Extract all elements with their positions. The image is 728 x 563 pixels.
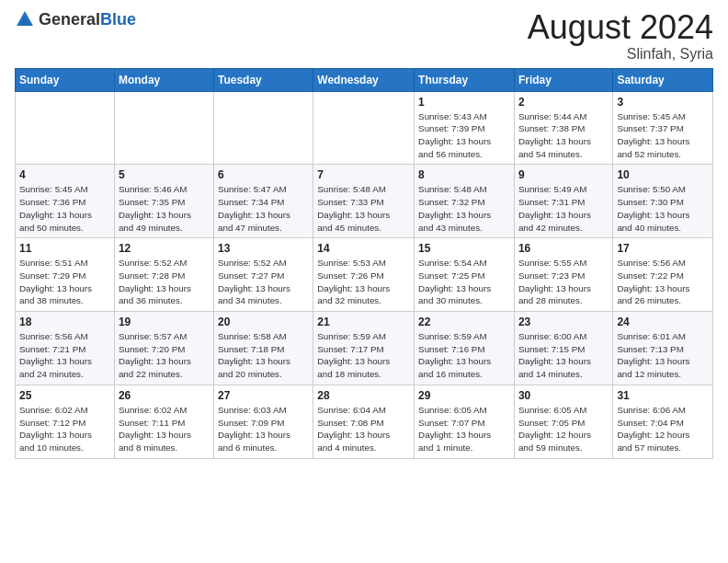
calendar-week-row: 4Sunrise: 5:45 AM Sunset: 7:36 PM Daylig… — [16, 165, 713, 238]
day-info: Sunrise: 5:46 AM Sunset: 7:35 PM Dayligh… — [119, 183, 210, 234]
day-info: Sunrise: 5:55 AM Sunset: 7:23 PM Dayligh… — [518, 257, 609, 307]
day-number: 25 — [19, 389, 110, 402]
weekday-header: Tuesday — [213, 68, 313, 91]
day-number: 4 — [19, 168, 110, 181]
calendar-cell: 2Sunrise: 5:44 AM Sunset: 7:38 PM Daylig… — [514, 91, 612, 165]
calendar-cell: 5Sunrise: 5:46 AM Sunset: 7:35 PM Daylig… — [114, 165, 213, 238]
page: GeneralBlue August 2024 Slinfah, Syria S… — [0, 0, 728, 563]
day-number: 18 — [19, 316, 110, 328]
calendar-cell: 9Sunrise: 5:49 AM Sunset: 7:31 PM Daylig… — [514, 165, 612, 238]
calendar-cell: 27Sunrise: 6:03 AM Sunset: 7:09 PM Dayli… — [213, 385, 313, 458]
calendar-cell: 6Sunrise: 5:47 AM Sunset: 7:34 PM Daylig… — [213, 165, 313, 238]
title-block: August 2024 Slinfah, Syria — [528, 9, 713, 63]
calendar-cell: 7Sunrise: 5:48 AM Sunset: 7:33 PM Daylig… — [313, 165, 415, 238]
weekday-header: Thursday — [415, 68, 515, 91]
header: GeneralBlue August 2024 Slinfah, Syria — [15, 9, 713, 63]
logo-text: GeneralBlue — [39, 10, 136, 29]
day-info: Sunrise: 5:52 AM Sunset: 7:27 PM Dayligh… — [218, 257, 309, 307]
logo-icon — [15, 9, 35, 29]
day-number: 22 — [418, 316, 510, 328]
day-number: 5 — [119, 168, 210, 181]
calendar-cell: 15Sunrise: 5:54 AM Sunset: 7:25 PM Dayli… — [415, 238, 515, 312]
weekday-header: Sunday — [16, 68, 115, 91]
logo-blue: Blue — [100, 10, 136, 29]
day-info: Sunrise: 5:47 AM Sunset: 7:34 PM Dayligh… — [218, 183, 309, 234]
calendar-cell: 30Sunrise: 6:05 AM Sunset: 7:05 PM Dayli… — [514, 385, 612, 458]
calendar-cell: 17Sunrise: 5:56 AM Sunset: 7:22 PM Dayli… — [613, 238, 713, 312]
day-number: 17 — [617, 242, 709, 255]
day-number: 29 — [418, 389, 510, 402]
weekday-header: Monday — [114, 68, 213, 91]
day-info: Sunrise: 6:05 AM Sunset: 7:05 PM Dayligh… — [518, 404, 609, 454]
day-number: 19 — [119, 316, 210, 328]
calendar-cell: 10Sunrise: 5:50 AM Sunset: 7:30 PM Dayli… — [613, 165, 713, 238]
day-info: Sunrise: 6:01 AM Sunset: 7:13 PM Dayligh… — [617, 330, 709, 381]
day-number: 12 — [119, 242, 210, 255]
calendar-cell: 20Sunrise: 5:58 AM Sunset: 7:18 PM Dayli… — [213, 312, 313, 385]
calendar-cell: 25Sunrise: 6:02 AM Sunset: 7:12 PM Dayli… — [16, 385, 115, 458]
day-info: Sunrise: 5:43 AM Sunset: 7:39 PM Dayligh… — [418, 110, 510, 161]
calendar-cell: 26Sunrise: 6:02 AM Sunset: 7:11 PM Dayli… — [114, 385, 213, 458]
day-number: 13 — [218, 242, 309, 255]
calendar-cell: 13Sunrise: 5:52 AM Sunset: 7:27 PM Dayli… — [213, 238, 313, 312]
day-number: 21 — [317, 316, 410, 328]
day-number: 26 — [119, 389, 210, 402]
day-info: Sunrise: 5:45 AM Sunset: 7:37 PM Dayligh… — [617, 110, 709, 161]
calendar-week-row: 1Sunrise: 5:43 AM Sunset: 7:39 PM Daylig… — [16, 91, 713, 165]
weekday-header: Wednesday — [313, 68, 415, 91]
calendar-cell: 29Sunrise: 6:05 AM Sunset: 7:07 PM Dayli… — [415, 385, 515, 458]
day-number: 30 — [518, 389, 609, 402]
day-info: Sunrise: 5:52 AM Sunset: 7:28 PM Dayligh… — [119, 257, 210, 307]
calendar-week-row: 11Sunrise: 5:51 AM Sunset: 7:29 PM Dayli… — [16, 238, 713, 312]
day-number: 10 — [617, 168, 709, 181]
day-info: Sunrise: 6:05 AM Sunset: 7:07 PM Dayligh… — [418, 404, 510, 454]
day-number: 27 — [218, 389, 309, 402]
calendar-cell — [114, 91, 213, 165]
day-number: 31 — [617, 389, 709, 402]
day-info: Sunrise: 5:59 AM Sunset: 7:16 PM Dayligh… — [418, 330, 510, 381]
calendar-cell: 19Sunrise: 5:57 AM Sunset: 7:20 PM Dayli… — [114, 312, 213, 385]
calendar-cell: 4Sunrise: 5:45 AM Sunset: 7:36 PM Daylig… — [16, 165, 115, 238]
day-info: Sunrise: 5:56 AM Sunset: 7:22 PM Dayligh… — [617, 257, 709, 307]
calendar-cell: 16Sunrise: 5:55 AM Sunset: 7:23 PM Dayli… — [514, 238, 612, 312]
weekday-header: Saturday — [613, 68, 713, 91]
day-info: Sunrise: 5:51 AM Sunset: 7:29 PM Dayligh… — [19, 257, 110, 307]
calendar-week-row: 18Sunrise: 5:56 AM Sunset: 7:21 PM Dayli… — [16, 312, 713, 385]
calendar-cell: 23Sunrise: 6:00 AM Sunset: 7:15 PM Dayli… — [514, 312, 612, 385]
calendar-cell: 14Sunrise: 5:53 AM Sunset: 7:26 PM Dayli… — [313, 238, 415, 312]
calendar-cell: 21Sunrise: 5:59 AM Sunset: 7:17 PM Dayli… — [313, 312, 415, 385]
day-info: Sunrise: 6:02 AM Sunset: 7:12 PM Dayligh… — [19, 404, 110, 454]
day-number: 8 — [418, 168, 510, 181]
calendar-table: SundayMondayTuesdayWednesdayThursdayFrid… — [15, 68, 713, 459]
day-number: 1 — [418, 96, 510, 109]
day-info: Sunrise: 6:04 AM Sunset: 7:08 PM Dayligh… — [317, 404, 410, 454]
day-info: Sunrise: 6:00 AM Sunset: 7:15 PM Dayligh… — [518, 330, 609, 381]
calendar-cell — [16, 91, 115, 165]
calendar-cell: 28Sunrise: 6:04 AM Sunset: 7:08 PM Dayli… — [313, 385, 415, 458]
day-number: 6 — [218, 168, 309, 181]
day-info: Sunrise: 5:56 AM Sunset: 7:21 PM Dayligh… — [19, 330, 110, 381]
day-info: Sunrise: 5:59 AM Sunset: 7:17 PM Dayligh… — [317, 330, 410, 381]
subtitle: Slinfah, Syria — [528, 46, 713, 63]
day-number: 14 — [317, 242, 410, 255]
calendar-cell: 3Sunrise: 5:45 AM Sunset: 7:37 PM Daylig… — [613, 91, 713, 165]
day-info: Sunrise: 5:48 AM Sunset: 7:32 PM Dayligh… — [418, 183, 510, 234]
calendar-cell — [213, 91, 313, 165]
day-info: Sunrise: 5:44 AM Sunset: 7:38 PM Dayligh… — [518, 110, 609, 161]
logo-general: General — [39, 10, 100, 29]
calendar-cell: 22Sunrise: 5:59 AM Sunset: 7:16 PM Dayli… — [415, 312, 515, 385]
day-number: 3 — [617, 96, 709, 109]
calendar-week-row: 25Sunrise: 6:02 AM Sunset: 7:12 PM Dayli… — [16, 385, 713, 458]
day-number: 7 — [317, 168, 410, 181]
day-info: Sunrise: 6:06 AM Sunset: 7:04 PM Dayligh… — [617, 404, 709, 454]
day-number: 24 — [617, 316, 709, 328]
day-number: 28 — [317, 389, 410, 402]
calendar-cell: 11Sunrise: 5:51 AM Sunset: 7:29 PM Dayli… — [16, 238, 115, 312]
day-number: 2 — [518, 96, 609, 109]
calendar-cell: 24Sunrise: 6:01 AM Sunset: 7:13 PM Dayli… — [613, 312, 713, 385]
day-info: Sunrise: 5:45 AM Sunset: 7:36 PM Dayligh… — [19, 183, 110, 234]
weekday-header-row: SundayMondayTuesdayWednesdayThursdayFrid… — [16, 68, 713, 91]
day-info: Sunrise: 5:58 AM Sunset: 7:18 PM Dayligh… — [218, 330, 309, 381]
day-info: Sunrise: 5:57 AM Sunset: 7:20 PM Dayligh… — [119, 330, 210, 381]
calendar-cell — [313, 91, 415, 165]
